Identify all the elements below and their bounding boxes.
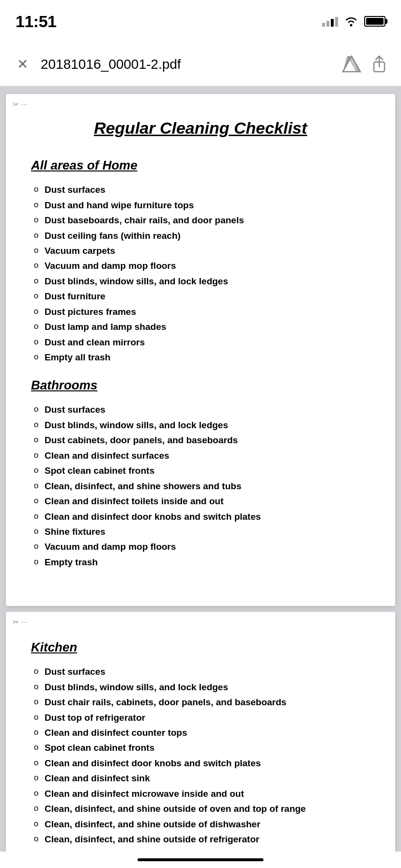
pdf-page-1: ✂ ··· Regular Cleaning Checklist All are… — [6, 94, 395, 606]
list-item: Dust and clean mirrors — [31, 335, 370, 349]
list-item: Dust surfaces — [31, 183, 370, 197]
list-item: Clean, disinfect, and shine showers and … — [31, 479, 370, 493]
svg-point-0 — [350, 24, 353, 27]
status-time: 11:51 — [15, 12, 56, 31]
list-item: Empty trash — [31, 555, 370, 569]
list-item: Spot clean cabinet fronts — [31, 464, 370, 478]
close-button[interactable]: ✕ — [14, 56, 31, 73]
list-item: Shine fixtures — [31, 525, 370, 539]
list-item: Dust surfaces — [31, 403, 370, 417]
list-item: Dust cabinets, door panels, and baseboar… — [31, 433, 370, 447]
list-item: Dust pictures frames — [31, 305, 370, 319]
page-title: Regular Cleaning Checklist — [31, 117, 370, 139]
home-indicator — [0, 852, 401, 868]
pdf-page-2: ✂ ··· Kitchen Dust surfaces Dust blinds,… — [6, 612, 395, 868]
address-filename: 20181016_00001-2.pdf — [41, 57, 332, 72]
section-title-bathrooms: Bathrooms — [31, 378, 370, 393]
list-item: Vacuum and damp mop floors — [31, 259, 370, 273]
list-item: Clean and disinfect microwave inside and… — [31, 787, 370, 801]
pdf-area: ✂ ··· Regular Cleaning Checklist All are… — [0, 86, 401, 868]
list-item: Vacuum and damp mop floors — [31, 540, 370, 554]
list-item: Clean and disinfect door knobs and switc… — [31, 756, 370, 770]
list-item: Spot clean cabinet fronts — [31, 741, 370, 755]
list-item: Clean, disinfect, and shine outside of r… — [31, 832, 370, 846]
kitchen-checklist: Dust surfaces Dust blinds, window sills,… — [31, 665, 370, 868]
status-icons — [322, 16, 386, 27]
list-item: Dust lamp and lamp shades — [31, 320, 370, 334]
list-item: Dust baseboards, chair rails, and door p… — [31, 213, 370, 227]
list-item: Dust blinds, window sills, and lock ledg… — [31, 274, 370, 288]
battery-icon — [364, 16, 386, 27]
section-title-kitchen: Kitchen — [31, 640, 370, 655]
list-item: Clean and disinfect surfaces — [31, 449, 370, 463]
home-checklist: Dust surfaces Dust and hand wipe furnitu… — [31, 183, 370, 364]
list-item: Dust and hand wipe furniture tops — [31, 198, 370, 212]
list-item: Clean and disinfect sink — [31, 771, 370, 785]
signal-icon — [322, 16, 338, 27]
list-item: Dust furniture — [31, 289, 370, 303]
list-item: Vacuum carpets — [31, 244, 370, 258]
bathrooms-checklist: Dust surfaces Dust blinds, window sills,… — [31, 403, 370, 569]
page-corner-icon: ✂ ··· — [13, 100, 28, 109]
wifi-icon — [344, 16, 358, 27]
share-icon[interactable] — [371, 55, 387, 74]
list-item: Dust blinds, window sills, and lock ledg… — [31, 680, 370, 694]
address-bar: ✕ 20181016_00001-2.pdf — [0, 43, 401, 86]
toolbar-icons — [342, 55, 387, 74]
list-item: Dust blinds, window sills, and lock ledg… — [31, 418, 370, 432]
list-item: Clean, disinfect, and shine outside of o… — [31, 802, 370, 816]
list-item: Clean and disinfect door knobs and switc… — [31, 510, 370, 524]
list-item: Clean and disinfect counter tops — [31, 726, 370, 740]
google-drive-icon[interactable] — [342, 55, 361, 74]
list-item: Clean and disinfect toilets inside and o… — [31, 494, 370, 508]
page-corner-icon-2: ✂ ··· — [13, 618, 28, 627]
list-item: Dust ceiling fans (within reach) — [31, 229, 370, 243]
home-bar — [138, 858, 263, 861]
list-item: Dust top of refrigerator — [31, 711, 370, 725]
list-item: Clean, disinfect, and shine outside of d… — [31, 817, 370, 831]
list-item: Dust surfaces — [31, 665, 370, 679]
list-item: Empty all trash — [31, 350, 370, 364]
status-bar: 11:51 — [0, 0, 401, 43]
section-title-home: All areas of Home — [31, 158, 370, 173]
list-item: Dust chair rails, cabinets, door panels,… — [31, 695, 370, 709]
